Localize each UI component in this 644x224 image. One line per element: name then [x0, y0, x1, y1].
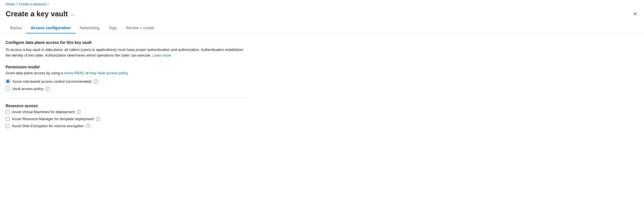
resource-access-section: Resource access Azure Virtual Machines f… — [6, 104, 248, 128]
breadcrumb-sep2: > — [47, 2, 49, 6]
resource-access-checkboxes: Azure Virtual Machines for deployment i … — [6, 110, 248, 128]
disk-encryption-info-icon[interactable]: i — [86, 124, 90, 128]
checkbox-disk-encryption-input[interactable] — [6, 124, 10, 128]
radio-rbac-label: Azure role-based access control (recomme… — [12, 79, 91, 84]
configure-section: Configure data plane access for this key… — [6, 40, 248, 58]
configure-learn-more-link[interactable]: Learn more — [152, 53, 171, 57]
radio-vault-policy-label: Vault access policy — [12, 87, 43, 91]
radio-rbac[interactable]: Azure role-based access control (recomme… — [6, 79, 248, 84]
tab-networking[interactable]: Networking — [75, 23, 104, 33]
tab-review-create[interactable]: Review + create — [121, 23, 159, 33]
tab-basics[interactable]: Basics — [6, 23, 26, 33]
breadcrumb-create-resource[interactable]: Create a resource — [19, 2, 46, 6]
resource-access-title: Resource access — [6, 104, 248, 108]
configure-desc-text: To access a key vault in data plane, all… — [6, 48, 243, 57]
configure-title: Configure data plane access for this key… — [6, 40, 248, 45]
radio-rbac-input[interactable] — [6, 79, 10, 84]
checkbox-vm-deployment[interactable]: Azure Virtual Machines for deployment i — [6, 110, 248, 114]
breadcrumb-sep1: > — [16, 2, 18, 6]
permission-model-desc: Grant data plane access by using a Azure… — [6, 71, 248, 75]
permission-desc-middle: or — [84, 71, 90, 75]
checkbox-vm-deployment-label: Azure Virtual Machines for deployment — [12, 110, 75, 114]
page-title: Create a key vault — [6, 10, 68, 18]
permission-model-radio-group: Azure role-based access control (recomme… — [6, 79, 248, 91]
radio-vault-policy[interactable]: Vault access policy i — [6, 86, 248, 91]
checkbox-arm-deployment[interactable]: Azure Resource Manager for template depl… — [6, 117, 248, 121]
vault-policy-info-icon[interactable]: i — [46, 87, 50, 91]
header: Create a key vault ... ✕ — [0, 8, 644, 23]
checkbox-disk-encryption[interactable]: Azure Disk Encryption for volume encrypt… — [6, 124, 248, 128]
main-content: Configure data plane access for this key… — [0, 40, 253, 128]
divider — [6, 98, 248, 98]
checkbox-disk-encryption-label: Azure Disk Encryption for volume encrypt… — [12, 124, 84, 128]
tab-access-configuration[interactable]: Access configuration — [26, 23, 75, 33]
checkbox-arm-deployment-label: Azure Resource Manager for template depl… — [12, 117, 94, 121]
key-vault-policy-link[interactable]: Key Vault access policy — [90, 71, 128, 75]
radio-vault-policy-input[interactable] — [6, 86, 10, 91]
permission-model-title: Permission model — [6, 65, 248, 69]
tab-tags[interactable]: Tags — [104, 23, 122, 33]
close-button[interactable]: ✕ — [632, 10, 638, 18]
configure-description: To access a key vault in data plane, all… — [6, 47, 248, 58]
page-title-row: Create a key vault ... — [6, 10, 75, 18]
arm-deployment-info-icon[interactable]: i — [96, 117, 100, 121]
azure-rbac-link[interactable]: Azure RBAC — [64, 71, 85, 75]
checkbox-arm-deployment-input[interactable] — [6, 117, 10, 121]
rbac-info-icon[interactable]: i — [94, 79, 98, 84]
breadcrumb: Home > Create a resource > — [0, 0, 644, 8]
permission-model-section: Permission model Grant data plane access… — [6, 65, 248, 91]
more-button[interactable]: ... — [71, 11, 75, 17]
checkbox-vm-deployment-input[interactable] — [6, 110, 10, 114]
tab-bar: Basics Access configuration Networking T… — [0, 23, 644, 33]
permission-desc-prefix: Grant data plane access by using a — [6, 71, 64, 75]
vm-deployment-info-icon[interactable]: i — [77, 110, 81, 114]
breadcrumb-home[interactable]: Home — [6, 2, 15, 6]
